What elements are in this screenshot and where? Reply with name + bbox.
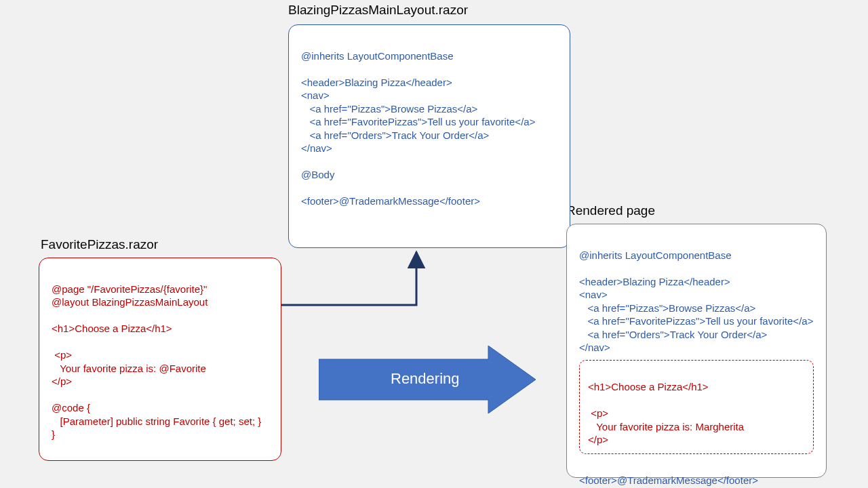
svg-marker-0	[319, 346, 536, 413]
rendering-arrow-icon	[319, 346, 536, 413]
layout-connector-arrow	[0, 0, 868, 488]
